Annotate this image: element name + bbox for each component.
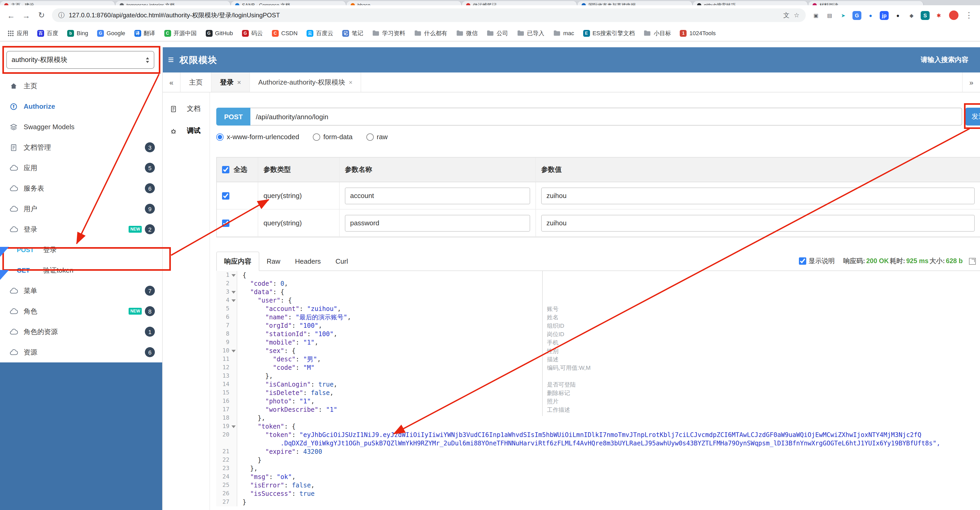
sidebar-item[interactable]: 资源6: [0, 342, 162, 362]
shield-ext-icon[interactable]: ◆: [907, 11, 916, 20]
bookmark-item[interactable]: 11024Tools: [680, 30, 716, 37]
sidebar-item[interactable]: Swagger Models: [0, 116, 162, 137]
bookmark-item[interactable]: 应用: [7, 29, 29, 37]
close-tab-icon[interactable]: ×: [349, 78, 353, 86]
sidebar-item[interactable]: 服务表6: [0, 178, 162, 199]
fold-caret-icon[interactable]: [231, 300, 236, 302]
sidebar-item[interactable]: 用户9: [0, 199, 162, 219]
content-type-option[interactable]: raw: [366, 133, 388, 141]
reload-icon[interactable]: ↻: [37, 11, 46, 20]
page-info-icon[interactable]: ⓘ: [58, 11, 65, 20]
bookmark-item[interactable]: 小目标: [644, 29, 671, 37]
doc-nav-debug[interactable]: 调试: [163, 120, 210, 142]
doc-tab[interactable]: Authorize-authority-权限模块×: [250, 72, 361, 92]
browser-tab[interactable]: 主页 - 建设…: [0, 1, 116, 5]
search-input[interactable]: 请输入搜索内容: [921, 55, 969, 65]
content-type-radio[interactable]: [216, 133, 224, 140]
response-tab[interactable]: Headers: [288, 252, 328, 271]
fold-caret-icon[interactable]: [231, 274, 236, 277]
bookmark-item[interactable]: EES搜索引擎文档: [583, 29, 635, 37]
back-icon[interactable]: ←: [6, 11, 16, 20]
menu-toggle-icon[interactable]: ≡: [168, 54, 174, 66]
forward-icon[interactable]: →: [22, 11, 31, 20]
sidebar-item[interactable]: POST登录: [0, 239, 162, 260]
bookmark-item[interactable]: 百百度: [37, 29, 58, 37]
pinwheel-ext-icon[interactable]: ✱: [934, 11, 943, 20]
jp-ext-icon[interactable]: jp: [880, 11, 889, 20]
send-ext-icon[interactable]: ➤: [839, 11, 848, 20]
browser-tab[interactable]: hbase: [347, 1, 462, 5]
bookmark-item[interactable]: 云百度云: [307, 29, 333, 37]
google-ext-icon[interactable]: G: [853, 11, 861, 20]
sidebar-item[interactable]: Authorize: [0, 96, 162, 116]
snip-ext-icon[interactable]: S: [921, 11, 930, 20]
browser-tab[interactable]: temporary-interior 文档: [116, 1, 231, 5]
sidebar-item[interactable]: GET验证token: [0, 260, 162, 280]
param-row-checkbox[interactable]: [222, 219, 229, 226]
content-type-option[interactable]: form-data: [313, 133, 353, 141]
select-all-checkbox[interactable]: [222, 166, 229, 173]
reader-ext-icon[interactable]: ▤: [825, 11, 834, 20]
sidebar-item[interactable]: 文档管理3: [0, 137, 162, 158]
response-tab[interactable]: Curl: [328, 252, 355, 271]
bookmark-item[interactable]: 微信: [456, 29, 478, 37]
sidebar-item[interactable]: 登录NEW2: [0, 219, 162, 239]
browser-tab[interactable]: SANB - Compose 文档: [231, 1, 347, 5]
sidebar-item[interactable]: 角色NEW8: [0, 301, 162, 322]
response-tab[interactable]: 响应内容: [216, 252, 259, 271]
tabs-prev-icon[interactable]: «: [163, 72, 181, 92]
bookmark-item[interactable]: mac: [553, 30, 574, 36]
response-tab[interactable]: Raw: [259, 252, 288, 271]
address-bar[interactable]: ⓘ 127.0.0.1:8760/api/gate/doc.html#/auth…: [52, 8, 806, 22]
tabs-next-icon[interactable]: »: [962, 72, 980, 92]
show-desc-checkbox[interactable]: [799, 257, 806, 265]
browser-tab[interactable]: 材料阅读: [808, 1, 924, 5]
bookmark-item[interactable]: 什么都有: [414, 29, 447, 37]
doc-nav-doc[interactable]: 文档: [163, 98, 210, 120]
more-menu-icon[interactable]: ⋮: [964, 11, 974, 20]
module-select[interactable]: authority-权限模块: [6, 51, 154, 69]
bookmark-item[interactable]: 译翻译: [134, 29, 155, 37]
bookmark-item[interactable]: 公司: [487, 29, 508, 37]
bookmark-item[interactable]: bBing: [67, 30, 88, 37]
sidebar-item[interactable]: 菜单7: [0, 280, 162, 301]
param-name-input[interactable]: [345, 215, 530, 231]
fold-caret-icon[interactable]: [231, 350, 236, 352]
bookmark-item[interactable]: 已导入: [517, 29, 544, 37]
profile-avatar[interactable]: [949, 11, 958, 20]
bookmark-item[interactable]: 记笔记: [342, 29, 363, 37]
side-panel-icon[interactable]: ▣: [811, 11, 821, 20]
bookmark-item[interactable]: G码云: [242, 29, 263, 37]
line-numbers[interactable]: 1234567891011121314151617181920212223242…: [216, 271, 237, 506]
bookmark-item[interactable]: GGitHub: [205, 30, 233, 37]
fullscreen-icon[interactable]: [969, 258, 976, 265]
content-type-radio[interactable]: [366, 133, 374, 140]
param-name-input[interactable]: [345, 187, 530, 204]
bookmark-item[interactable]: 学习资料: [372, 29, 405, 37]
fold-caret-icon[interactable]: [231, 426, 236, 428]
browser-tab[interactable]: github搜索技巧: [693, 1, 808, 5]
fold-caret-icon[interactable]: [231, 291, 236, 293]
request-url-input[interactable]: [251, 108, 962, 126]
bookmark-star-icon[interactable]: ☆: [794, 11, 799, 19]
response-json[interactable]: { "code": 0, "data": { "user": { "accoun…: [237, 271, 980, 506]
circle-ext-icon[interactable]: ●: [893, 11, 902, 20]
param-value-input[interactable]: [541, 215, 975, 231]
content-type-option[interactable]: x-www-form-urlencoded: [216, 133, 299, 141]
translate-icon[interactable]: 文: [783, 11, 789, 20]
bookmark-item[interactable]: CCSDN: [272, 30, 298, 37]
sidebar-item[interactable]: 应用5: [0, 158, 162, 178]
content-type-radio[interactable]: [313, 133, 320, 140]
param-value-input[interactable]: [541, 187, 975, 204]
bookmark-item[interactable]: C开源中国: [164, 29, 197, 37]
sidebar-item[interactable]: 角色的资源1: [0, 322, 162, 342]
send-button[interactable]: 发送: [965, 108, 980, 126]
doc-tab[interactable]: 主页: [181, 72, 212, 92]
bookmark-item[interactable]: GGoogle: [97, 30, 125, 37]
param-row-checkbox[interactable]: [222, 192, 229, 199]
close-tab-icon[interactable]: ×: [237, 78, 241, 86]
browser-tab[interactable]: 做运维笔记: [462, 1, 578, 5]
docs-ext-icon[interactable]: ●: [866, 11, 875, 20]
sidebar-item[interactable]: 主页: [0, 76, 162, 96]
doc-tab[interactable]: 登录×: [212, 72, 250, 92]
